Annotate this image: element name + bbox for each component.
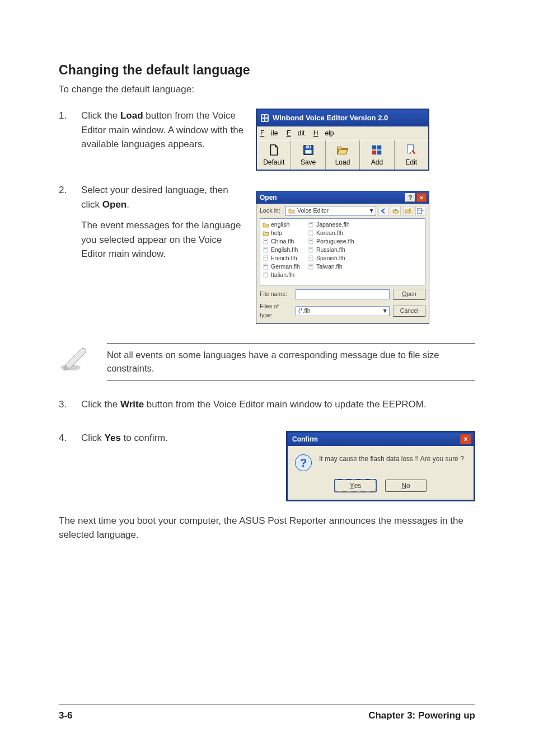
page-number: 3-6 bbox=[59, 708, 73, 723]
toolbar-load-button[interactable]: Load bbox=[326, 140, 360, 170]
svg-rect-32 bbox=[309, 239, 313, 244]
step-4-yes: Yes bbox=[105, 433, 121, 443]
toolbar-default-button[interactable]: Default bbox=[257, 140, 291, 170]
list-item[interactable]: Korean.flh bbox=[308, 229, 354, 237]
file-label: French.flh bbox=[271, 254, 297, 263]
look-in-value: Voice Editor bbox=[297, 206, 329, 215]
chapter-label: Chapter 3: Powering up bbox=[368, 708, 475, 723]
list-item[interactable]: China.flh bbox=[263, 238, 300, 246]
step-3: 3. Click the Write button from the Voice… bbox=[59, 397, 475, 419]
toolbar-edit-label: Edit bbox=[405, 157, 417, 167]
confirm-title: Confirm bbox=[292, 434, 318, 444]
file-label: Korean.flh bbox=[316, 229, 343, 238]
svg-rect-9 bbox=[372, 145, 376, 149]
step-2-open: Open bbox=[102, 199, 127, 210]
svg-rect-34 bbox=[309, 247, 313, 252]
files-of-type-dropdown[interactable]: (*.flh ▼ bbox=[296, 306, 390, 316]
step-1: 1. Click the Load button from the Voice … bbox=[59, 109, 475, 171]
file-label: Russian.flh bbox=[316, 246, 345, 255]
list-item[interactable]: Taiwan.flh bbox=[308, 263, 354, 271]
file-icon bbox=[263, 255, 269, 262]
help-button[interactable]: ? bbox=[405, 193, 415, 202]
look-in-row: Look in: Voice Editor ▼ bbox=[256, 204, 429, 218]
toolbar-add-button[interactable]: Add bbox=[360, 140, 394, 170]
page-footer: 3-6 Chapter 3: Powering up bbox=[59, 705, 475, 723]
back-icon[interactable] bbox=[378, 206, 388, 216]
view-menu-icon[interactable] bbox=[415, 206, 425, 216]
intro-text: To change the default language: bbox=[59, 82, 475, 97]
toolbar-add-label: Add bbox=[371, 157, 383, 167]
list-item[interactable]: english bbox=[263, 221, 300, 229]
svg-rect-18 bbox=[264, 239, 268, 244]
svg-rect-22 bbox=[264, 256, 268, 261]
no-button[interactable]: No bbox=[385, 480, 427, 492]
toolbar-save-button[interactable]: Save bbox=[291, 140, 325, 170]
look-in-dropdown[interactable]: Voice Editor ▼ bbox=[285, 206, 376, 216]
svg-point-14 bbox=[409, 208, 411, 210]
yes-button[interactable]: Yes bbox=[335, 480, 376, 492]
svg-rect-4 bbox=[265, 119, 268, 121]
open-button[interactable]: Open bbox=[393, 289, 425, 300]
svg-text:?: ? bbox=[300, 457, 307, 469]
step-2-text: Select your desired language, then click… bbox=[81, 183, 249, 212]
file-icon bbox=[308, 222, 315, 228]
file-label: help bbox=[271, 229, 282, 238]
note-text: Not all events on some languages have a … bbox=[107, 343, 475, 381]
files-of-type-row: Files of type: (*.flh ▼ Cancel bbox=[260, 302, 425, 320]
file-icon bbox=[308, 264, 315, 270]
menu-file[interactable]: File bbox=[260, 129, 278, 137]
list-item[interactable]: Japanese.flh bbox=[308, 221, 354, 229]
list-item[interactable]: Italian.flh bbox=[263, 271, 300, 279]
menu-help[interactable]: Help bbox=[313, 129, 334, 137]
menu-edit[interactable]: Edit bbox=[287, 129, 305, 137]
closing-text: The next time you boot your computer, th… bbox=[59, 514, 475, 542]
toolbar-default-label: Default bbox=[263, 157, 284, 167]
note-block: Not all events on some languages have a … bbox=[59, 343, 475, 381]
list-item[interactable]: French.flh bbox=[263, 255, 300, 262]
close-button[interactable]: × bbox=[460, 434, 471, 444]
file-label: Italian.flh bbox=[271, 271, 294, 280]
up-one-level-icon[interactable] bbox=[391, 206, 401, 216]
close-button[interactable]: × bbox=[416, 193, 427, 202]
svg-rect-33 bbox=[310, 240, 312, 241]
step-3-frag-b: button from the Voice Editor main window… bbox=[144, 399, 427, 410]
app-icon bbox=[260, 114, 269, 123]
file-label: Taiwan.flh bbox=[316, 262, 343, 271]
svg-rect-29 bbox=[310, 223, 312, 224]
step-1-frag-a: Click the bbox=[81, 110, 120, 121]
svg-rect-2 bbox=[265, 115, 268, 118]
svg-rect-7 bbox=[309, 146, 310, 148]
file-label: English.flh bbox=[271, 246, 298, 255]
svg-rect-23 bbox=[264, 257, 267, 257]
list-item[interactable]: Russian.flh bbox=[308, 246, 354, 254]
list-item[interactable]: Spanish.flh bbox=[308, 255, 354, 262]
step-2: 2. Select your desired language, then cl… bbox=[59, 183, 475, 324]
winbond-toolbar: Default Save Load bbox=[257, 140, 428, 170]
svg-rect-39 bbox=[310, 265, 312, 266]
cancel-button[interactable]: Cancel bbox=[393, 306, 425, 317]
confirm-titlebar: Confirm × bbox=[288, 433, 474, 446]
svg-rect-30 bbox=[309, 231, 313, 236]
file-list[interactable]: english help China.flh English.flh Frenc… bbox=[260, 218, 425, 285]
svg-rect-36 bbox=[309, 256, 313, 261]
toolbar-edit-button[interactable]: Edit bbox=[395, 140, 428, 170]
edit-icon bbox=[405, 144, 418, 156]
step-1-text: Click the Load button from the Voice Edi… bbox=[81, 109, 249, 152]
list-item[interactable]: German.flh bbox=[263, 263, 300, 271]
list-item[interactable]: Portuguese.flh bbox=[308, 238, 354, 246]
list-item[interactable]: English.flh bbox=[263, 246, 300, 254]
svg-rect-27 bbox=[264, 274, 267, 274]
file-icon bbox=[263, 264, 269, 270]
svg-rect-10 bbox=[377, 145, 381, 149]
file-name-input[interactable] bbox=[296, 289, 390, 299]
svg-rect-20 bbox=[264, 247, 268, 252]
new-folder-icon[interactable] bbox=[403, 206, 413, 216]
chevron-down-icon: ▼ bbox=[369, 206, 374, 215]
svg-rect-37 bbox=[310, 257, 312, 257]
chevron-down-icon: ▼ bbox=[382, 307, 388, 316]
list-item[interactable]: help bbox=[263, 229, 300, 237]
file-label: Spanish.flh bbox=[316, 254, 345, 263]
winbond-menubar: File Edit Help bbox=[257, 126, 428, 140]
toolbar-save-label: Save bbox=[301, 157, 316, 167]
folder-icon bbox=[263, 230, 269, 237]
